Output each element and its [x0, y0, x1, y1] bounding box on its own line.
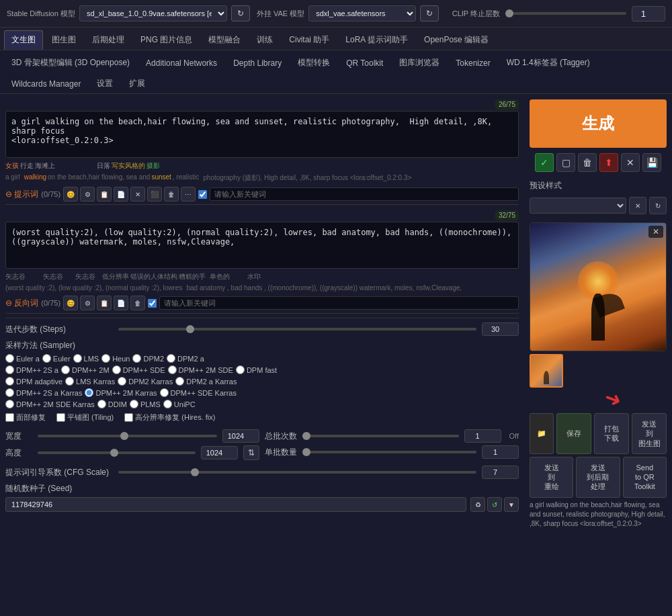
more-btn[interactable]: ⋯ — [181, 187, 196, 202]
sd-model-refresh-btn[interactable]: ↻ — [231, 5, 250, 21]
check-icon-btn[interactable]: ✓ — [535, 153, 554, 172]
preset-refresh-btn[interactable]: ↻ — [649, 197, 667, 214]
tab-openpose[interactable]: OpenPose 编辑器 — [417, 30, 496, 50]
trash-btn[interactable]: 🗑 — [164, 187, 179, 202]
neg-settings-btn[interactable]: ⚙ — [80, 296, 95, 310]
copy-btn[interactable]: 📋 — [97, 187, 112, 202]
negative-enable-checkbox[interactable] — [148, 299, 157, 308]
tab-depth-library[interactable]: Depth Library — [226, 53, 289, 73]
tab-tokenizer[interactable]: Tokenizer — [448, 53, 497, 73]
steps-input[interactable]: 30 — [482, 322, 519, 336]
sampler-dpmppsdekarras[interactable]: DPM++ SDE Karras — [160, 388, 237, 397]
sampler-euler-a[interactable]: Euler a — [5, 354, 40, 363]
tab-settings[interactable]: 设置 — [89, 74, 120, 93]
sampler-plms[interactable]: PLMS — [130, 400, 161, 408]
send-to-postprocess-btn[interactable]: 发送 到后期 处理 — [576, 457, 620, 498]
save-btn[interactable]: 保存 — [556, 413, 591, 454]
tab-qr-toolkit[interactable]: QR Toolkit — [339, 53, 390, 73]
cfg-slider[interactable] — [118, 471, 476, 474]
height-slider[interactable] — [38, 451, 196, 454]
tab-lora[interactable]: LoRA 提示词助手 — [338, 30, 415, 50]
send-to-qr-btn[interactable]: Send to QR Toolkit — [623, 457, 667, 498]
neg-copy-btn[interactable]: 📋 — [97, 296, 112, 310]
neg-trash-btn[interactable]: 🗑 — [130, 296, 145, 310]
tab-model-convert[interactable]: 模型转换 — [290, 53, 337, 73]
vae-refresh-btn[interactable]: ↻ — [420, 5, 439, 21]
tab-postprocess[interactable]: 后期处理 — [85, 30, 132, 50]
seed-refresh-btn[interactable]: ↺ — [487, 497, 502, 512]
tab-gallery[interactable]: 图库浏览器 — [392, 53, 447, 73]
copy2-btn[interactable]: ⬛ — [147, 187, 162, 202]
clear-btn[interactable]: ✕ — [130, 187, 145, 202]
sampler-dpmpp2msdekarras[interactable]: DPM++ 2M SDE Karras — [5, 400, 95, 408]
width-slider[interactable] — [38, 435, 217, 437]
seed-input[interactable]: 1178429746 — [5, 497, 466, 512]
face-fix-check[interactable]: 面部修复 — [5, 412, 46, 423]
upload-icon-btn[interactable]: ⬆ — [599, 153, 618, 172]
cfg-input[interactable]: 7 — [482, 466, 519, 479]
paste-btn[interactable]: 📄 — [114, 187, 128, 202]
batch-size-slider[interactable] — [302, 451, 476, 453]
sampler-dpm2akarras[interactable]: DPM2 a Karras — [175, 377, 237, 386]
settings-btn[interactable]: ⚙ — [80, 187, 95, 202]
tiling-check[interactable]: 平铺图 (Tiling) — [56, 412, 114, 423]
sampler-dpmppsde[interactable]: DPM++ SDE — [112, 365, 165, 374]
swap-wh-btn[interactable]: ⇅ — [243, 445, 259, 460]
preset-clear-btn[interactable]: ✕ — [629, 197, 646, 214]
height-input[interactable]: 1024 — [201, 446, 238, 459]
sampler-dpm2a[interactable]: DPM2 a — [167, 354, 204, 363]
sampler-unipc[interactable]: UniPC — [163, 400, 196, 408]
tab-train[interactable]: 训练 — [249, 30, 280, 50]
seed-recycle-btn[interactable]: ♻ — [470, 497, 485, 512]
tab-extensions[interactable]: 扩展 — [122, 74, 153, 93]
pack-download-btn[interactable]: 打包 下载 — [594, 413, 629, 454]
neg-paste-btn[interactable]: 📄 — [114, 296, 128, 310]
emoji-btn[interactable]: 😊 — [63, 187, 78, 202]
sampler-dpm2karras[interactable]: DPM2 Karras — [118, 377, 173, 386]
sampler-dpmadaptive[interactable]: DPM adaptive — [5, 377, 62, 386]
seed-dropdown-btn[interactable]: ▼ — [504, 497, 519, 512]
steps-slider[interactable] — [118, 328, 476, 331]
sampler-dpmpp2msde[interactable]: DPM++ 2M SDE — [168, 365, 233, 374]
save-icon-btn[interactable]: 💾 — [642, 153, 661, 172]
generate-btn[interactable]: 生成 — [530, 99, 667, 148]
sampler-heun[interactable]: Heun — [101, 354, 130, 363]
tab-txt2img[interactable]: 文生图 — [4, 30, 43, 50]
send-to-inpaint-btn[interactable]: 发送 到 重绘 — [530, 457, 573, 498]
negative-label[interactable]: ⊖ 反向词 — [5, 298, 38, 309]
sampler-dpmpp2sakarras[interactable]: DPM++ 2S a Karras — [5, 388, 82, 397]
clip-slider[interactable] — [505, 12, 626, 15]
tab-img2img[interactable]: 图生图 — [44, 30, 83, 50]
clip-num-input[interactable]: 1 — [632, 6, 665, 21]
preset-select[interactable] — [530, 197, 626, 214]
negative-prompt-textarea[interactable]: (worst quality:2), (low quality:2), (nor… — [5, 222, 519, 269]
tab-merge[interactable]: 模型融合 — [201, 30, 248, 50]
send-to-img2img-btn[interactable]: 发送 到 图生图 — [632, 413, 667, 454]
trash-icon-btn[interactable]: 🗑 — [578, 153, 597, 172]
tab-png-info[interactable]: PNG 图片信息 — [133, 30, 200, 50]
batch-size-input[interactable]: 1 — [482, 445, 519, 459]
width-input[interactable]: 1024 — [222, 429, 259, 443]
tab-civitai[interactable]: Civitai 助手 — [282, 30, 337, 50]
sampler-lms[interactable]: LMS — [73, 354, 99, 363]
positive-prompt-textarea[interactable]: a girl walking on the beach,hair flowing… — [5, 111, 519, 158]
positive-keyword-input[interactable] — [210, 187, 519, 201]
sampler-dpmpp2m[interactable]: DPM++ 2M — [61, 365, 110, 374]
batch-total-input[interactable]: 1 — [464, 429, 501, 443]
vae-select[interactable]: sdxl_vae.safetensors — [308, 5, 416, 21]
thumb-item[interactable] — [530, 354, 563, 388]
positive-enable-checkbox[interactable] — [198, 190, 207, 199]
close-icon-btn[interactable]: ✕ — [621, 153, 640, 172]
negative-keyword-input[interactable] — [159, 296, 519, 310]
neg-emoji-btn[interactable]: 😊 — [63, 296, 78, 310]
hires-fix-check[interactable]: 高分辨率修复 (Hires. fix) — [124, 412, 215, 423]
tab-wd-tagger[interactable]: WD 1.4标签器 (Tagger) — [499, 53, 597, 73]
tab-wildcards[interactable]: Wildcards Manager — [4, 74, 88, 93]
square-icon-btn[interactable]: ▢ — [556, 153, 575, 172]
sd-model-select[interactable]: sd_xl_base_1.0_0.9vae.safetensors [e6bb9… — [79, 5, 227, 21]
sampler-dpmpp2sa[interactable]: DPM++ 2S a — [5, 365, 58, 374]
sampler-dpmpp2mkarras[interactable]: DPM++ 2M Karras — [85, 388, 157, 397]
tab-additional-networks[interactable]: Additional Networks — [138, 53, 224, 73]
sampler-dpm2[interactable]: DPM2 — [132, 354, 164, 363]
sampler-euler[interactable]: Euler — [42, 354, 71, 363]
